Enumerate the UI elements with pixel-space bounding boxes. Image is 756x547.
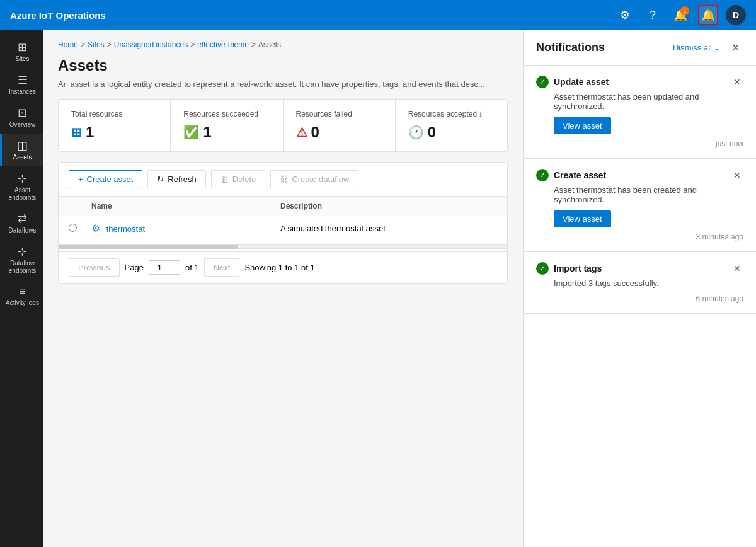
col-check-header — [69, 202, 91, 210]
notification-item-create-asset: ✓ Create asset ✕ Asset thermostat has be… — [524, 159, 756, 252]
refresh-icon: ↻ — [157, 175, 164, 184]
sidebar-item-asset-endpoints[interactable]: ⊹ Asset endpoints — [0, 166, 43, 207]
notif-close-create-asset[interactable]: ✕ — [731, 169, 743, 181]
previous-button[interactable]: Previous — [69, 258, 120, 277]
instances-icon: ☰ — [18, 73, 28, 87]
bell-active-icon[interactable]: 🔔 — [698, 5, 718, 25]
row-checkbox-container — [69, 224, 91, 234]
notification-item-update-asset: ✓ Update asset ✕ Asset thermostat has be… — [524, 66, 756, 159]
asset-endpoints-icon: ⊹ — [18, 171, 27, 185]
stat-failed: Resources failed ⚠ 0 — [284, 100, 396, 151]
notif-title-import-tags: Import tags — [554, 263, 726, 274]
next-button[interactable]: Next — [204, 258, 240, 277]
notif-header-create-asset: ✓ Create asset ✕ — [536, 169, 743, 181]
activity-logs-icon: ≡ — [19, 285, 26, 298]
asset-link[interactable]: thermostat — [106, 224, 145, 234]
notifications-title: Notifications — [536, 41, 673, 54]
create-asset-button[interactable]: + Create asset — [69, 170, 142, 188]
succeeded-icon: ✅ — [183, 125, 199, 140]
notifications-list: ✓ Update asset ✕ Asset thermostat has be… — [524, 66, 756, 547]
sites-icon: ⊞ — [18, 40, 27, 54]
notification-badge: 1 — [680, 6, 689, 15]
sidebar-label-asset-endpoints: Asset endpoints — [4, 187, 40, 202]
page-input[interactable] — [149, 260, 180, 275]
sidebar-label-overview: Overview — [9, 121, 36, 129]
notif-header-import-tags: ✓ Import tags ✕ — [536, 262, 743, 275]
notif-header-update-asset: ✓ Update asset ✕ — [536, 76, 743, 88]
assets-icon: ◫ — [17, 139, 28, 153]
notif-action-create-asset: View asset — [554, 210, 743, 227]
view-asset-button-create[interactable]: View asset — [554, 210, 611, 227]
notif-success-icon-create: ✓ — [536, 169, 549, 181]
breadcrumb-unassigned-instances[interactable]: Unassigned instances — [114, 40, 188, 49]
stat-accepted: Resources accepted ℹ 🕐 0 — [396, 100, 507, 151]
stat-succeeded: Resources succeeded ✅ 1 — [171, 100, 283, 151]
sidebar-item-instances[interactable]: ☰ Instances — [0, 68, 43, 101]
top-navigation: Azure IoT Operations ⚙ ? 🔔 1 🔔 D — [0, 0, 756, 30]
settings-icon[interactable]: ⚙ — [615, 5, 635, 25]
help-icon[interactable]: ? — [643, 5, 663, 25]
notif-action-update-asset: View asset — [554, 117, 743, 134]
sidebar-label-dataflows: Dataflows — [9, 227, 37, 234]
table-row: ⚙ thermostat A simulated thermostat asse… — [59, 216, 507, 241]
sidebar-label-activity-logs: Activity logs — [6, 299, 39, 307]
table-header: Name Description — [59, 197, 507, 216]
breadcrumb: Home > Sites > Unassigned instances > ef… — [58, 40, 508, 49]
notification-item-import-tags: ✓ Import tags ✕ Imported 3 tags successf… — [524, 252, 756, 314]
main-layout: ⊞ Sites ☰ Instances ⊡ Overview ◫ Assets … — [0, 30, 756, 547]
page-label: Page — [125, 263, 144, 272]
row-description-cell: A simulated thermostat asset — [280, 224, 497, 233]
sidebar-item-sites[interactable]: ⊞ Sites — [0, 35, 43, 68]
table-area: + Create asset ↻ Refresh 🗑 Delete ⛓ Crea… — [58, 162, 508, 284]
breadcrumb-effective-meme[interactable]: effective-meme — [197, 40, 249, 49]
notif-title-create-asset: Create asset — [554, 170, 726, 180]
breadcrumb-home[interactable]: Home — [58, 40, 78, 49]
stat-value-failed: ⚠ 0 — [296, 124, 382, 141]
notif-close-update-asset[interactable]: ✕ — [731, 76, 743, 88]
content-area: Home > Sites > Unassigned instances > ef… — [43, 30, 523, 547]
scroll-thumb[interactable] — [59, 245, 238, 249]
failed-icon: ⚠ — [296, 125, 307, 140]
sidebar-label-assets: Assets — [13, 154, 32, 161]
overview-icon: ⊡ — [18, 106, 27, 120]
refresh-button[interactable]: ↻ Refresh — [147, 170, 206, 188]
create-dataflow-button[interactable]: ⛓ Create dataflow — [270, 170, 358, 188]
stat-value-accepted: 🕐 0 — [408, 124, 495, 141]
avatar[interactable]: D — [726, 5, 746, 25]
stat-label-failed: Resources failed — [296, 110, 382, 118]
sidebar-item-activity-logs[interactable]: ≡ Activity logs — [0, 280, 43, 312]
dataflow-icon: ⛓ — [280, 175, 288, 184]
notif-success-icon-update: ✓ — [536, 76, 549, 88]
sidebar-label-dataflow-endpoints: Dataflow endpoints — [4, 260, 40, 275]
sidebar-item-dataflow-endpoints[interactable]: ⊹ Dataflow endpoints — [0, 239, 43, 280]
table-toolbar: + Create asset ↻ Refresh 🗑 Delete ⛓ Crea… — [59, 163, 507, 197]
breadcrumb-sites[interactable]: Sites — [88, 40, 105, 49]
notifications-close-button[interactable]: ✕ — [728, 40, 743, 55]
stats-row: Total resources ⊞ 1 Resources succeeded … — [58, 99, 508, 152]
breadcrumb-assets: Assets — [258, 40, 281, 49]
dataflows-icon: ⇄ — [18, 212, 27, 226]
col-name-header: Name — [91, 202, 280, 210]
notif-close-import-tags[interactable]: ✕ — [731, 262, 743, 275]
of-label: of 1 — [185, 263, 199, 272]
notif-body-create-asset: Asset thermostat has been created and sy… — [554, 185, 743, 204]
sidebar-label-instances: Instances — [9, 88, 36, 96]
accepted-icon: 🕐 — [408, 125, 424, 140]
stat-value-total: ⊞ 1 — [71, 124, 158, 141]
sidebar: ⊞ Sites ☰ Instances ⊡ Overview ◫ Assets … — [0, 30, 43, 547]
horizontal-scrollbar[interactable] — [59, 244, 507, 249]
stat-label-accepted: Resources accepted ℹ — [408, 110, 495, 118]
sidebar-item-overview[interactable]: ⊡ Overview — [0, 101, 43, 134]
sidebar-item-dataflows[interactable]: ⇄ Dataflows — [0, 207, 43, 239]
dismiss-all-button[interactable]: Dismiss all ⌄ — [673, 43, 720, 52]
delete-button[interactable]: 🗑 Delete — [211, 170, 266, 188]
col-desc-header: Description — [280, 202, 497, 210]
page-title: Assets — [58, 57, 508, 74]
sidebar-item-assets[interactable]: ◫ Assets — [0, 134, 43, 166]
showing-label: Showing 1 to 1 of 1 — [244, 263, 314, 272]
view-asset-button-update[interactable]: View asset — [554, 117, 611, 134]
delete-icon: 🗑 — [220, 175, 229, 184]
notification-icon[interactable]: 🔔 1 — [670, 5, 690, 25]
row-checkbox[interactable] — [69, 224, 77, 232]
stat-label-succeeded: Resources succeeded — [183, 110, 270, 118]
